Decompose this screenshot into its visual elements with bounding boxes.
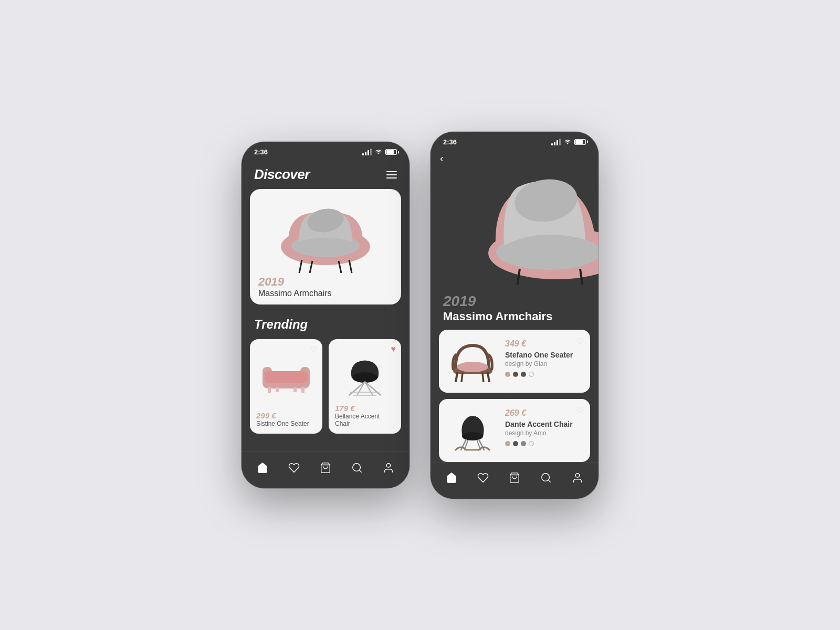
svg-rect-11	[268, 387, 271, 393]
stefano-designer: design by Gian	[505, 360, 583, 368]
favorite-sistine[interactable]: ♡	[310, 344, 317, 354]
nav-search-2[interactable]	[534, 466, 558, 489]
dante-colors	[505, 441, 583, 446]
hero-name: Massimo Armchairs	[258, 289, 332, 298]
menu-button[interactable]	[386, 171, 397, 178]
bellance-chair-svg	[339, 349, 391, 396]
color-dot-1	[505, 372, 510, 377]
svg-line-36	[482, 373, 484, 382]
nav-home-2[interactable]	[440, 466, 463, 489]
nav-profile-1[interactable]	[377, 456, 400, 479]
dante-name: Dante Accent Chair	[505, 420, 583, 428]
hero-year: 2019	[258, 275, 332, 289]
status-bar-1: 2:36	[242, 142, 410, 158]
phone-2: 2:36 ‹	[430, 132, 598, 499]
bellance-price: 179 €	[335, 404, 395, 413]
phone1-scroll[interactable]: Discover	[242, 158, 410, 488]
product-card-stefano[interactable]: 349 € Stefano One Seater design by Gian …	[439, 330, 590, 393]
nav-home-1[interactable]	[251, 456, 274, 479]
wifi-icon	[375, 148, 382, 156]
massimo-chair-svg	[262, 192, 388, 276]
stefano-image	[446, 337, 499, 385]
stefano-name: Stefano One Seater	[505, 351, 583, 359]
color-dot-2	[513, 372, 518, 377]
svg-line-18	[357, 382, 365, 395]
bellance-name: Bellance Accent Chair	[335, 413, 395, 427]
svg-line-19	[365, 382, 373, 395]
bottom-nav-2	[430, 462, 598, 499]
svg-line-33	[456, 373, 457, 382]
favorite-stefano[interactable]: ♡	[576, 336, 584, 346]
svg-rect-10	[265, 371, 308, 383]
bellance-image	[335, 345, 395, 400]
hero-card[interactable]: 2019 Massimo Armchairs	[250, 189, 401, 304]
dante-color-dot-2	[513, 441, 518, 446]
svg-point-32	[457, 362, 488, 372]
favorite-dante[interactable]: ♡	[576, 405, 584, 415]
color-dot-4	[529, 372, 534, 377]
nav-cart-2[interactable]	[503, 466, 526, 489]
screen-1: Discover	[242, 158, 410, 488]
svg-line-34	[488, 373, 489, 382]
svg-rect-14	[293, 387, 297, 392]
product-list: 349 € Stefano One Seater design by Gian …	[430, 330, 598, 462]
svg-line-35	[461, 373, 463, 382]
sistine-chair-svg	[257, 355, 315, 397]
nav-cart-1[interactable]	[314, 456, 337, 479]
svg-line-45	[548, 480, 550, 482]
svg-point-46	[575, 474, 579, 477]
nav-profile-2[interactable]	[566, 466, 589, 489]
phone-1: 2:36 Discover	[242, 142, 410, 488]
product-card-dante[interactable]: 269 € Dante Accent Chair design by Amo ♡	[439, 399, 590, 462]
signal-icon-2	[551, 139, 561, 145]
trending-title: Trending	[242, 317, 410, 339]
time-2: 2:36	[443, 138, 457, 146]
dante-color-dot-4	[529, 441, 534, 446]
product-card-bellance[interactable]: ♥	[329, 339, 401, 434]
dante-designer: design by Amo	[505, 429, 583, 437]
svg-point-37	[462, 432, 483, 440]
time-1: 2:36	[254, 148, 268, 156]
dante-color-dot-1	[505, 441, 510, 446]
dante-price: 269 €	[505, 408, 583, 418]
p2-name: Massimo Armchairs	[443, 310, 586, 323]
sistine-name: Sistine One Seater	[256, 420, 316, 427]
stefano-colors	[505, 372, 583, 377]
svg-rect-12	[301, 387, 304, 393]
nav-heart-1[interactable]	[282, 456, 306, 479]
product-card-sistine[interactable]: ♡	[250, 339, 322, 434]
dante-image	[446, 406, 499, 455]
battery-icon	[385, 149, 397, 155]
wifi-icon-2	[564, 138, 571, 146]
screen-2: ‹	[430, 148, 598, 499]
p2-year: 2019	[443, 293, 586, 310]
hero-chair-large	[430, 148, 598, 285]
svg-line-17	[365, 382, 381, 395]
sistine-price: 299 €	[256, 411, 316, 420]
status-icons-2	[551, 138, 586, 146]
bottom-nav-1	[242, 452, 410, 488]
hero-chair-large-svg	[436, 148, 598, 285]
phone2-hero: ‹	[430, 148, 598, 285]
stefano-price: 349 €	[505, 339, 583, 349]
phone2-scroll[interactable]: ‹	[430, 148, 598, 499]
sistine-image	[256, 345, 316, 407]
nav-search-1[interactable]	[345, 456, 369, 479]
discover-title: Discover	[254, 166, 310, 183]
phone1-header: Discover	[242, 158, 410, 189]
color-dot-3	[521, 372, 526, 377]
back-button[interactable]: ‹	[440, 152, 444, 164]
battery-icon-2	[574, 139, 586, 145]
favorite-bellance[interactable]: ♥	[391, 344, 396, 354]
status-bar-2: 2:36	[430, 132, 598, 148]
trending-grid: ♡	[242, 339, 410, 434]
svg-point-25	[386, 463, 390, 467]
dante-info: 269 € Dante Accent Chair design by Amo	[505, 406, 583, 455]
stefano-info: 349 € Stefano One Seater design by Gian	[505, 337, 583, 385]
signal-icon	[362, 149, 372, 155]
dante-chair-svg	[448, 408, 498, 453]
svg-line-16	[349, 382, 365, 395]
hero-chair-image	[250, 189, 401, 278]
nav-heart-2[interactable]	[471, 466, 495, 489]
svg-point-15	[352, 372, 377, 383]
